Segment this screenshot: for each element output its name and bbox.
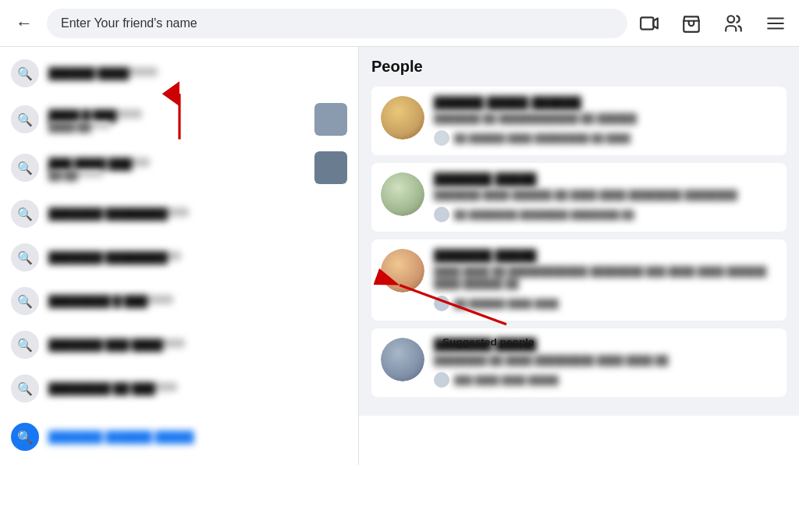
avatar [381,96,424,140]
list-item[interactable]: 🔍 ██████ ████ [0,51,358,95]
mutual-text: ██ ██████ ████ ████ [454,299,559,308]
back-button[interactable]: ← [9,10,39,37]
blue-search-icon: 🔍 [11,423,39,451]
person-name: ██████ █████ ██████ [434,96,777,109]
shop-icon[interactable] [677,9,705,37]
result-name: ███████ ████████ [48,251,181,261]
mutual-text: ██ ██████ ████ █████████ ██ ████ [454,133,630,143]
list-item[interactable]: 🔍 ███████ ████████ [0,236,358,279]
person-name: ███████ █████ [434,249,777,262]
person-desc: ███████ ████ ██████ ██ ████ ████ ███████… [434,189,777,202]
list-item[interactable]: 🔍 ████ █ ███ ████ ██ [0,95,358,144]
search-icon: 🔍 [11,200,39,228]
svg-point-2 [727,16,734,23]
person-card[interactable]: ███████ █████ ████ ████ ██ ████████████ … [371,239,787,321]
avatar [381,249,424,293]
list-item[interactable]: 🔍 ███ ████ ███ ██ ██ [0,144,358,192]
result-sub: ██ ██ [48,170,103,178]
result-name: ██████ ████ [48,67,158,76]
person-desc: ████████ ██ ████ █████████ ████ ████ ██ [434,354,777,367]
search-icon: 🔍 [11,331,39,359]
list-item[interactable]: 🔍 ███████ ████████ [0,192,358,236]
result-name: ███ ████ ███ [48,158,150,167]
people-icon[interactable] [719,9,748,37]
mutual-text: ██ ████████ ████████ ████████ ██ [454,210,634,219]
list-item[interactable]: 🔍 ████████ ██ ███ [0,367,358,410]
person-desc: ███████ ██ ████████████ ██ ██████ [434,112,777,126]
search-icon: 🔍 [11,105,39,133]
search-all-button[interactable]: 🔍 ███████ ██████ █████ [0,413,358,460]
svg-marker-1 [653,18,657,28]
result-sub: ████ ██ [48,122,111,129]
search-all-label: ███████ ██████ █████ [48,431,194,443]
section-title: People [371,58,787,76]
avatar [314,103,347,136]
search-icon: 🔍 [11,59,39,87]
left-panel: 🔍 ██████ ████ 🔍 ████ █ ███ ████ ██ 🔍 [0,47,359,465]
person-name: ███████ █████ [434,338,777,351]
avatar [381,338,424,381]
top-navigation: ← [0,0,799,47]
result-name: ████████ ██ ███ [48,382,177,392]
nav-icons-group [635,9,790,37]
search-icon: 🔍 [11,154,39,182]
avatar [314,151,347,184]
search-icon: 🔍 [11,374,39,403]
person-desc: ████ ████ ██ ████████████ ████████ ███ █… [434,265,777,292]
mutual-friend-icon [434,372,449,388]
search-icon: 🔍 [11,287,39,315]
person-name: ███████ █████ [434,172,777,186]
menu-icon[interactable] [762,9,790,37]
result-name: ███████ ███ ████ [48,339,185,348]
result-name: ███████ ████████ [48,207,189,217]
main-content: 🔍 ██████ ████ 🔍 ████ █ ███ ████ ██ 🔍 [0,47,799,532]
right-panel: People ██████ █████ ██████ ███████ ██ ██… [359,47,799,416]
result-name: ████████ █ ███ [48,295,173,304]
mutual-friend-icon [434,296,449,311]
mutual-text: ███ ████ ████ █████ [454,375,559,385]
right-panel-wrapper: People ██████ █████ ██████ ███████ ██ ██… [359,47,799,532]
mutual-friend-icon [434,130,449,146]
svg-rect-0 [641,17,653,29]
list-item[interactable]: 🔍 ████████ █ ███ [0,279,358,323]
person-card[interactable]: ██████ █████ ██████ ███████ ██ █████████… [371,87,787,155]
result-name: ████ █ ███ [48,109,142,119]
video-icon[interactable] [635,9,663,37]
mutual-friend-icon [434,207,449,222]
search-input[interactable] [47,9,627,38]
left-panel-wrapper: 🔍 ██████ ████ 🔍 ████ █ ███ ████ ██ 🔍 [0,47,359,532]
person-card[interactable]: ███████ █████ ███████ ████ ██████ ██ ███… [371,163,787,232]
search-icon: 🔍 [11,243,39,271]
person-card[interactable]: ███████ █████ ████████ ██ ████ █████████… [371,328,787,397]
avatar [381,172,424,216]
list-item[interactable]: 🔍 ███████ ███ ████ [0,323,358,367]
